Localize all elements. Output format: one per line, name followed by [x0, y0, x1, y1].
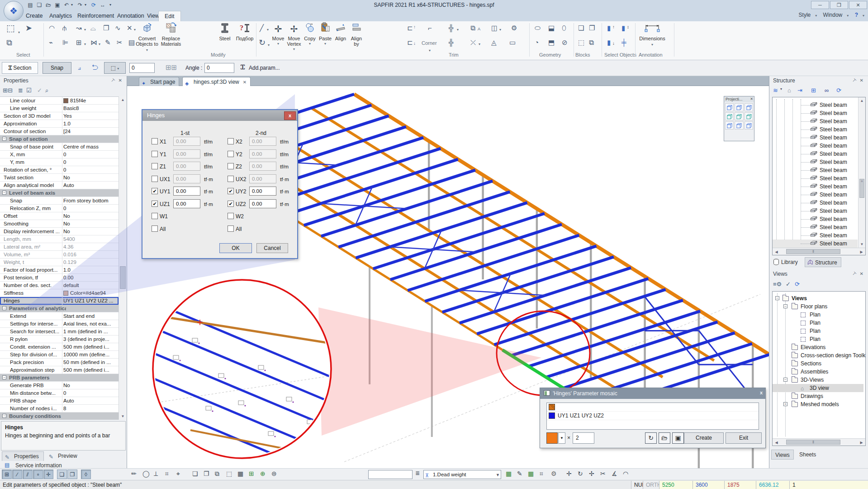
snap-grid-toggle[interactable]: ⊞: [2, 470, 12, 479]
property-row[interactable]: Post tension, tf0.00: [0, 274, 119, 282]
tab-properties[interactable]: ✎Properties: [2, 451, 44, 461]
property-row[interactable]: ExtendStart and end: [0, 312, 119, 320]
structure-item-steel-beam[interactable]: Steel beam: [773, 142, 858, 150]
tab-structure[interactable]: Structure: [805, 257, 841, 267]
checkbox-uz2[interactable]: ✔: [228, 201, 234, 207]
structure-item-steel-beam[interactable]: Steel beam: [773, 150, 858, 158]
apply-icon[interactable]: ✓: [37, 87, 42, 94]
new-document-icon[interactable]: ❏: [35, 1, 43, 9]
erase-icon[interactable]: ✕: [127, 24, 133, 32]
refresh-structure-icon[interactable]: ⟳: [836, 87, 841, 94]
collapse-icon[interactable]: −: [2, 414, 6, 418]
expand-all-icon[interactable]: ⊞⊟: [3, 87, 13, 94]
extend-down-icon[interactable]: ⊏: [407, 38, 413, 47]
save-icon[interactable]: ▣: [53, 1, 62, 9]
views-tree-item-meshed-models[interactable]: +Meshed models: [773, 400, 863, 408]
property-value[interactable]: Centre of mass: [63, 143, 118, 150]
side-view-icon[interactable]: [725, 121, 734, 129]
edit-mesh-icon[interactable]: ✎: [517, 470, 522, 477]
style-menu[interactable]: Style: [799, 12, 811, 18]
boolean-slice-icon[interactable]: ⊘: [562, 38, 568, 47]
checkbox-z1[interactable]: [152, 163, 158, 169]
select-span-icon[interactable]: ▮: [621, 24, 625, 32]
property-value[interactable]: 0.016: [63, 251, 118, 258]
axon-3-icon[interactable]: [745, 112, 753, 120]
property-group-row[interactable]: −PRB parameters: [0, 374, 119, 382]
frame-icon[interactable]: ⬚: [226, 470, 232, 477]
bottom-view-icon[interactable]: [745, 121, 753, 129]
mosaic-row[interactable]: UY1 UZ1 UY2 UZ2: [547, 412, 759, 420]
hinge-value-y2[interactable]: 0.00: [249, 149, 276, 158]
property-row[interactable]: Lateral area, m²4.36: [0, 243, 119, 251]
views-tree-item-plan[interactable]: Plan: [773, 319, 863, 327]
property-row[interactable]: Search for intersect...1 mm (defined in …: [0, 328, 119, 336]
sync-icon[interactable]: ⟳: [90, 1, 98, 9]
maximize-button[interactable]: ❐: [830, 1, 848, 9]
property-value[interactable]: Start and end: [63, 312, 118, 320]
gear-icon[interactable]: ⚙: [551, 470, 557, 477]
projection-close-icon[interactable]: ✕: [750, 97, 753, 101]
property-value[interactable]: default: [63, 282, 118, 289]
structure-item-steel-beam[interactable]: Steel beam: [773, 223, 858, 231]
property-value[interactable]: No: [63, 382, 118, 389]
property-row[interactable]: Weight, t0.129: [0, 259, 119, 266]
property-row[interactable]: Condit. extension ...500 mm (defined i..…: [0, 343, 119, 351]
hinges-dialog-title[interactable]: Hinges: [142, 110, 297, 121]
views-tree-item-assemblies[interactable]: Assemblies: [773, 368, 863, 376]
plane-trim-icon[interactable]: ◫: [491, 24, 498, 32]
convert-objects-button[interactable]: Convert Objects to ▾: [136, 22, 158, 53]
axon-2-icon[interactable]: [735, 112, 743, 120]
array-grid-icon[interactable]: ⊞: [76, 38, 82, 47]
property-group-row[interactable]: −Level of beam axis: [0, 189, 119, 197]
snap-line-toggle[interactable]: ∕: [12, 470, 22, 479]
property-row[interactable]: Y, mm0: [0, 158, 119, 166]
snap-point-toggle[interactable]: ✛: [43, 470, 53, 479]
column-array-icon[interactable]: ▤: [128, 38, 135, 47]
load-case-dropdown-icon[interactable]: ▼: [496, 471, 500, 479]
corner-trim-icon[interactable]: ⌐: [428, 24, 432, 32]
select-overlap-icon[interactable]: ⧉: [6, 38, 12, 47]
property-row[interactable]: Rotation of section, °0: [0, 166, 119, 174]
style-dropdown-icon[interactable]: ▾: [815, 14, 817, 18]
table-icon[interactable]: ▦: [237, 470, 243, 477]
checkbox-z2[interactable]: [228, 163, 234, 169]
close-button[interactable]: ✕: [849, 1, 867, 9]
top-view-icon[interactable]: [745, 103, 753, 111]
cross-join-icon[interactable]: ╬: [449, 38, 454, 47]
checkbox-ux2[interactable]: [228, 176, 234, 182]
base-point-dropdown[interactable]: ⬚ ▾: [104, 62, 126, 74]
beam-flip-icon[interactable]: ⮌: [91, 63, 98, 71]
property-row[interactable]: OffsetNo: [0, 212, 119, 220]
pin-icon[interactable]: ⊤: [110, 77, 116, 84]
grid-structure-icon[interactable]: ⊞⊞: [166, 63, 177, 72]
views-tree-item-elevations[interactable]: Elevations: [773, 343, 863, 351]
mosaic-list[interactable]: UY1 UZ1 UY2 UZ2: [546, 403, 759, 430]
ortho-indicator[interactable]: ORTHO: [643, 481, 659, 489]
extend-up-icon[interactable]: ⊏: [407, 24, 413, 32]
binoculars-icon[interactable]: ∞: [825, 87, 829, 94]
property-value[interactable]: 1 mm (defined in ...: [63, 328, 118, 335]
structure-item-steel-beam[interactable]: Steel beam: [773, 101, 858, 109]
checkbox-w2[interactable]: [228, 213, 234, 219]
structure-item-steel-beam[interactable]: Steel beam: [773, 199, 858, 207]
property-row[interactable]: Min distance betw...0: [0, 389, 119, 397]
hinges-dialog-close-button[interactable]: x: [284, 111, 296, 120]
expander-icon[interactable]: +: [783, 402, 787, 406]
dimensions-button[interactable]: Dimensions ▾: [638, 22, 667, 48]
cancel-button[interactable]: Cancel: [256, 243, 288, 253]
property-row[interactable]: Snap of base pointCentre of mass: [0, 143, 119, 151]
measure-icon[interactable]: ↔: [99, 1, 107, 9]
offset-input[interactable]: 0: [129, 63, 155, 73]
property-value[interactable]: [24: [63, 128, 118, 135]
plane-trim-dropdown-icon[interactable]: ▾: [499, 26, 501, 34]
checkbox-x2[interactable]: [228, 138, 234, 144]
exit-button[interactable]: Exit: [726, 432, 762, 444]
command-input[interactable]: [368, 470, 413, 479]
mosaic-dialog-title[interactable]: 'Hinges' Parameter mosaic: [540, 388, 765, 399]
ribbon-tab-edit[interactable]: Edit: [158, 11, 181, 21]
screen-unlock-toggle[interactable]: ❐: [67, 470, 77, 479]
snap-node-toggle[interactable]: ∘: [33, 470, 43, 479]
close-tab-icon[interactable]: ✕: [243, 80, 247, 85]
mosaic-color-swatch[interactable]: [546, 432, 558, 444]
structure-item-steel-beam[interactable]: Steel beam: [773, 207, 858, 215]
